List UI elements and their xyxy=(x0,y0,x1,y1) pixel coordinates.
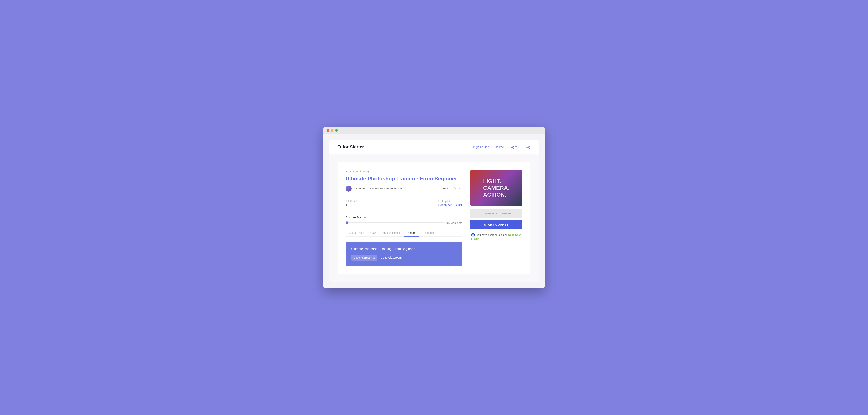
avatar: A xyxy=(346,185,351,192)
enrollment-notice: 🧿 You have been enrolled on December 2, … xyxy=(470,232,522,241)
code-value: cx6gpqf xyxy=(362,256,371,259)
course-sidebar: LIGHT.CAMERA.ACTION. COMPLETE COURSE STA… xyxy=(470,170,522,266)
facebook-icon[interactable]: f xyxy=(452,187,453,190)
author-name: Adam xyxy=(358,187,365,190)
tab-announcements[interactable]: Announcements xyxy=(379,229,404,237)
last-update-value: December 2, 2021 xyxy=(438,203,462,207)
stars-row: ★ ★ ★ ★ ★ 0 (0) xyxy=(346,170,462,173)
rating-text: 0 (0) xyxy=(364,170,369,173)
enrolled-value: 1 xyxy=(346,203,360,207)
level-text: Course level: Intermediate xyxy=(370,187,402,190)
browser-content: Tutor Starter Single Course Course Pages… xyxy=(323,134,545,288)
share-section: Share: f 𝕏 in t xyxy=(442,187,462,190)
traffic-light-green[interactable] xyxy=(335,129,338,132)
course-status-section: Course Status 0% Complete xyxy=(346,216,462,224)
tab-course-page[interactable]: Course Page xyxy=(346,229,367,237)
tabs-row: Course Page Q&A Announcements Stream Res… xyxy=(346,229,462,237)
star-5: ★ xyxy=(359,170,362,173)
chevron-down-icon: ▾ xyxy=(518,146,519,148)
go-to-classroom-link[interactable]: Go to Classroom xyxy=(380,256,402,259)
tab-resources[interactable]: Resources xyxy=(419,229,438,237)
browser-chrome xyxy=(323,127,545,134)
author-row: A by Adam Course level: Intermediate Sha… xyxy=(346,185,462,196)
last-update-label: Last Update xyxy=(438,200,462,203)
content-card: ★ ★ ★ ★ ★ 0 (0) Ultimate Photoshop Train… xyxy=(338,162,530,274)
twitter-icon[interactable]: 𝕏 xyxy=(454,187,456,190)
linkedin-icon[interactable]: in xyxy=(458,187,460,190)
traffic-light-yellow[interactable] xyxy=(331,129,334,132)
level-value: Intermediate xyxy=(386,187,402,190)
tab-qa[interactable]: Q&A xyxy=(367,229,379,237)
nav-pages[interactable]: Pages ▾ xyxy=(509,145,519,148)
site-logo: Tutor Starter xyxy=(338,144,364,149)
site-header: Tutor Starter Single Course Course Pages… xyxy=(330,140,538,154)
code-label: Code: xyxy=(353,256,361,259)
code-badge: Code: cx6gpqf ⧉ xyxy=(351,255,377,261)
stats-row: Total Enrolled 1 Last Update December 2,… xyxy=(346,200,462,211)
progress-text: 0% Complete xyxy=(446,221,462,224)
site-nav: Single Course Course Pages ▾ Blog xyxy=(471,145,530,148)
course-title: Ultimate Photoshop Training: From Beginn… xyxy=(346,175,462,182)
stat-last-update: Last Update December 2, 2021 xyxy=(438,200,462,207)
nav-single-course[interactable]: Single Course xyxy=(471,145,489,148)
page-content: ★ ★ ★ ★ ★ 0 (0) Ultimate Photoshop Train… xyxy=(330,154,538,282)
star-1: ★ xyxy=(346,170,348,173)
site-container: Tutor Starter Single Course Course Pages… xyxy=(330,140,538,282)
star-3: ★ xyxy=(352,170,355,173)
star-2: ★ xyxy=(349,170,351,173)
enrolled-label: Total Enrolled xyxy=(346,200,360,203)
course-status-label: Course Status xyxy=(346,216,462,219)
tumblr-icon[interactable]: t xyxy=(461,187,462,190)
browser-window: Tutor Starter Single Course Course Pages… xyxy=(323,127,545,288)
copy-icon[interactable]: ⧉ xyxy=(373,256,375,260)
traffic-light-red[interactable] xyxy=(327,129,329,132)
course-image-text: LIGHT.CAMERA.ACTION. xyxy=(479,174,514,202)
tab-stream[interactable]: Stream xyxy=(404,229,419,237)
complete-course-button[interactable]: COMPLETE COURSE xyxy=(470,209,522,218)
stat-enrolled: Total Enrolled 1 xyxy=(346,200,360,207)
start-course-button[interactable]: START COURSE xyxy=(470,220,522,229)
nav-course[interactable]: Course xyxy=(495,145,504,148)
course-image: LIGHT.CAMERA.ACTION. xyxy=(470,170,522,206)
enrolled-icon: 🧿 xyxy=(471,232,475,237)
course-main: ★ ★ ★ ★ ★ 0 (0) Ultimate Photoshop Train… xyxy=(346,170,462,266)
nav-blog[interactable]: Blog xyxy=(525,145,530,148)
star-4: ★ xyxy=(356,170,359,173)
stream-course-title: Ultimate Photoshop Training: From Beginn… xyxy=(351,247,457,251)
share-label: Share: xyxy=(442,187,450,190)
author-text: by Adam xyxy=(354,187,365,190)
progress-row: 0% Complete xyxy=(346,221,462,224)
progress-dot xyxy=(346,221,348,224)
progress-bar-container xyxy=(346,222,444,223)
social-icons: f 𝕏 in t xyxy=(452,187,462,190)
stream-card: Ultimate Photoshop Training: From Beginn… xyxy=(346,242,462,266)
code-row: Code: cx6gpqf ⧉ Go to Classroom xyxy=(351,255,457,261)
